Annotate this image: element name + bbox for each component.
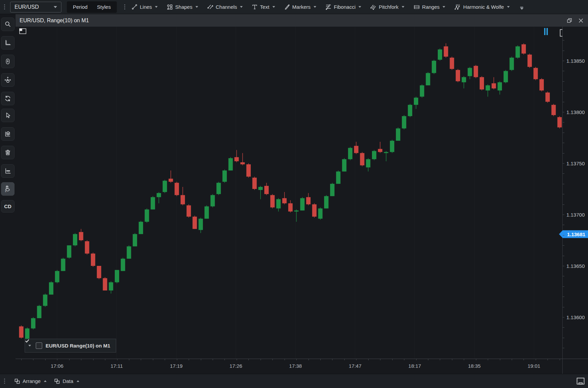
tool-fibonacci[interactable]: Fibonacci — [325, 4, 361, 10]
tool-lines[interactable]: Lines — [132, 4, 158, 10]
sidebar-button-measure[interactable]: ¥ x — [1, 164, 15, 178]
sidebar-button-one-click-trading[interactable]: 1 — [1, 182, 15, 196]
price-tick — [563, 215, 564, 215]
data-button[interactable]: Data — [54, 378, 79, 384]
price-tick — [563, 122, 564, 122]
price-tick — [563, 184, 564, 184]
bottombar-drag-handle-icon[interactable] — [2, 379, 7, 384]
toolbar-drag-handle-icon[interactable] — [2, 4, 7, 9]
toolbar-collapse-icon[interactable] — [520, 7, 524, 10]
time-tick — [105, 359, 105, 360]
time-tick — [213, 359, 213, 360]
time-tick — [21, 359, 22, 360]
period-button[interactable]: Period — [69, 2, 91, 11]
chevron-down-icon — [358, 6, 361, 8]
axis-ruler-icon — [4, 39, 11, 46]
tool-shapes[interactable]: Shapes — [167, 4, 198, 10]
chart-settings-panel: PeriodStyles — [67, 1, 117, 13]
refresh-icon — [4, 95, 11, 102]
tool-pitchfork[interactable]: Pitchfork — [370, 4, 404, 10]
candle — [163, 181, 167, 192]
time-tick — [560, 359, 560, 360]
price-tick — [563, 327, 564, 328]
candle — [43, 295, 47, 306]
tool-label: Ranges — [422, 4, 440, 10]
candle — [37, 306, 42, 318]
chevron-down-icon — [54, 6, 57, 8]
price-axis[interactable]: 1.13681 1.136001.136501.137001.137501.13… — [562, 27, 588, 359]
sidebar-button-mouse-scroll[interactable] — [1, 55, 15, 68]
time-axis[interactable]: 17:0617:1117:1917:2617:3817:4718:1718:35… — [16, 359, 588, 374]
chart-canvas[interactable]: EUR/USD Range(10) on M1 — [16, 27, 562, 359]
ranges-icon — [413, 4, 420, 10]
magnifier-icon — [4, 21, 11, 28]
price-tick — [563, 194, 564, 194]
chart-titlebar: EUR/USD, Range(10) on M1 — [16, 14, 588, 27]
fullscreen-icon[interactable] — [577, 378, 585, 385]
symbol-selector[interactable]: EUR/USD — [10, 2, 61, 12]
sidebar-button-zoom[interactable] — [1, 18, 15, 31]
one-click-icon: 1 — [4, 185, 11, 193]
price-tick — [563, 307, 564, 307]
arrange-button[interactable]: Arrange — [14, 378, 47, 384]
styles-button[interactable]: Styles — [93, 2, 115, 11]
candle — [49, 282, 53, 295]
time-axis-label: 17:47 — [349, 363, 362, 369]
candle — [312, 204, 317, 217]
sidebar-button-pan[interactable] — [1, 73, 15, 87]
time-tick — [285, 359, 285, 360]
layers-icon — [4, 131, 11, 137]
sidebar-button-layers[interactable] — [1, 127, 15, 141]
pan-hand-icon — [4, 77, 11, 83]
chart-sidebar: ¥ x1CD — [0, 14, 16, 374]
sidebar-button-cursor[interactable] — [1, 109, 15, 122]
candle — [486, 85, 490, 90]
symbol-selector-value: EUR/USD — [15, 4, 54, 10]
sidebar-button-axis-scale[interactable] — [1, 36, 15, 50]
candle — [539, 79, 544, 90]
tool-label: Harmonic & Wolfe — [463, 4, 504, 10]
candle — [258, 187, 263, 190]
price-tick — [563, 173, 564, 174]
series-visibility-checkbox[interactable] — [36, 342, 42, 349]
candle — [360, 153, 365, 165]
time-tick — [93, 359, 93, 360]
chevron-down-icon — [402, 6, 404, 8]
price-tick — [563, 266, 564, 266]
chevron-down-icon — [195, 6, 198, 8]
candle — [91, 254, 95, 266]
sidebar-button-cd[interactable]: CD — [1, 200, 15, 213]
sidebar-button-delete-drawings[interactable] — [1, 146, 15, 159]
cursor-icon — [4, 112, 11, 119]
close-chart-icon[interactable] — [577, 16, 585, 25]
tool-ranges[interactable]: Ranges — [413, 4, 446, 10]
tool-text[interactable]: Text — [252, 4, 275, 10]
sidebar-button-refresh[interactable] — [1, 92, 15, 105]
tool-markers[interactable]: Markers — [284, 4, 316, 10]
legend-expand-icon[interactable] — [28, 345, 31, 347]
candle — [533, 68, 538, 79]
tool-channels[interactable]: Channels — [207, 4, 243, 10]
price-tick — [563, 112, 564, 112]
svg-text:¥ x: ¥ x — [8, 172, 9, 173]
mouse-scroll-icon — [4, 58, 11, 65]
candle — [85, 241, 89, 253]
time-tick — [428, 359, 428, 360]
tiles-icon — [14, 378, 20, 384]
candle — [288, 203, 293, 212]
time-axis-label: 17:26 — [230, 363, 242, 369]
candle — [187, 205, 191, 217]
tool-harmonic-wolfe[interactable]: ABCDHarmonic & Wolfe — [454, 4, 510, 10]
maximize-chart-icon[interactable] — [565, 16, 574, 25]
price-tick — [563, 204, 564, 205]
candle — [432, 61, 436, 73]
candle — [378, 149, 382, 152]
time-tick — [261, 359, 261, 360]
time-tick — [488, 359, 488, 360]
tools-drag-handle-icon[interactable] — [122, 4, 127, 9]
price-axis-label: 1.13600 — [566, 314, 585, 320]
last-price-badge: 1.13681 — [559, 230, 588, 238]
autoscroll-pause-icon[interactable] — [544, 28, 548, 35]
candle — [336, 171, 341, 184]
candle — [522, 44, 526, 53]
